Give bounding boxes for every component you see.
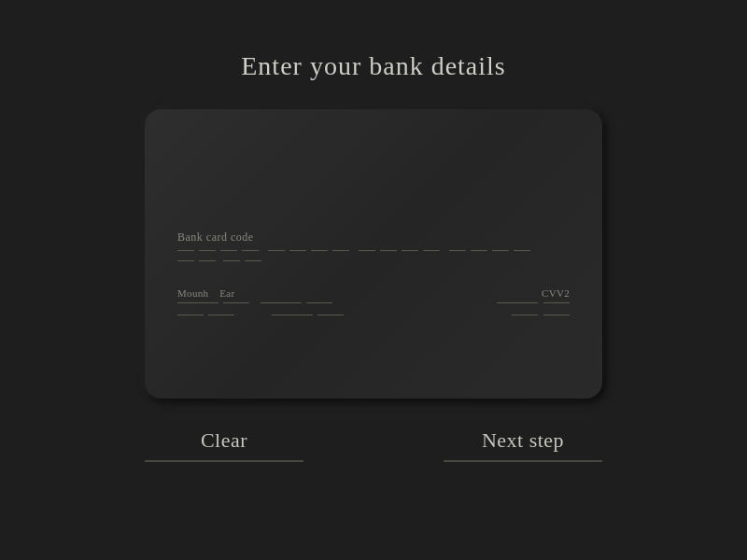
card-number-row [177, 250, 570, 251]
bottom-line-3 [272, 315, 313, 315]
expiry-group: Mounh Ear [177, 287, 344, 315]
ear-label: Ear [219, 287, 234, 299]
bottom-line-1 [177, 315, 204, 315]
num-line [177, 260, 194, 261]
next-step-underline [444, 460, 602, 462]
num-line [289, 250, 306, 251]
clear-label: Clear [201, 428, 247, 453]
bank-card-code-label: Bank card code [177, 231, 570, 245]
num-line [514, 250, 530, 251]
clear-button[interactable]: Clear [145, 428, 303, 462]
num-line [242, 250, 259, 251]
num-line [245, 260, 261, 261]
month-label: Mounh [177, 287, 208, 299]
next-step-label: Next step [482, 428, 564, 453]
num-line [402, 250, 418, 251]
card-number-section: Bank card code [177, 231, 570, 261]
num-line [359, 250, 375, 251]
num-line [311, 250, 328, 251]
cvv-label: CVV2 [542, 287, 570, 299]
action-buttons: Clear Next step [145, 428, 602, 462]
bank-card: Bank card code [145, 109, 602, 399]
cvv-line-2 [543, 302, 570, 303]
page-title: Enter your bank details [241, 51, 505, 81]
num-line [199, 250, 216, 251]
num-seg-6 [223, 260, 261, 261]
num-line [423, 250, 440, 251]
num-seg-4 [449, 250, 530, 251]
num-seg-2 [268, 250, 349, 251]
cvv-line-1 [497, 302, 538, 303]
num-line [492, 250, 509, 251]
card-bottom-row: Mounh Ear [177, 287, 570, 315]
num-seg-1 [177, 250, 259, 251]
clear-underline [145, 460, 303, 462]
num-seg-3 [359, 250, 440, 251]
expiry-labels: Mounh Ear [177, 287, 344, 299]
num-line [449, 250, 466, 251]
num-seg-5 [177, 260, 216, 261]
cvv-lines [497, 302, 570, 303]
num-line [223, 260, 240, 261]
num-line [471, 250, 487, 251]
month-line-2 [223, 302, 249, 303]
cvv-line-3 [512, 315, 538, 315]
card-number-row-2 [177, 260, 570, 261]
bottom-line-4 [317, 315, 344, 315]
num-line [268, 250, 285, 251]
expiry-lines [177, 302, 344, 303]
num-line [380, 250, 397, 251]
num-line [199, 260, 216, 261]
next-step-button[interactable]: Next step [444, 428, 602, 462]
cvv-section: CVV2 [497, 287, 570, 315]
num-line [220, 250, 237, 251]
num-line [332, 250, 349, 251]
month-line-1 [177, 302, 218, 303]
bottom-line-2 [208, 315, 234, 315]
cvv-line-4 [543, 315, 570, 315]
ear-line-2 [306, 302, 332, 303]
num-line [177, 250, 194, 251]
ear-line-1 [261, 302, 302, 303]
